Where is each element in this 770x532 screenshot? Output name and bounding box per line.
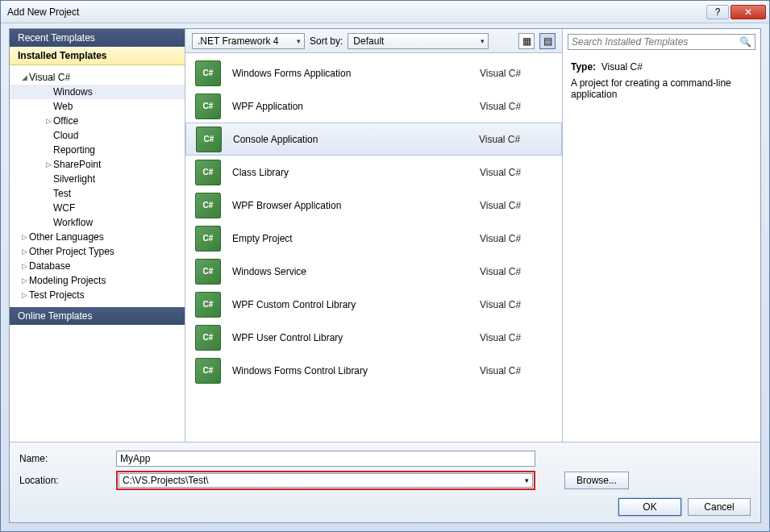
caret-right-icon: ▷ [19, 233, 29, 241]
tree-item-windows[interactable]: Windows [10, 85, 185, 99]
tree-item-other-languages[interactable]: ▷Other Languages [10, 230, 185, 244]
tree-item-other-project-types[interactable]: ▷Other Project Types [10, 244, 185, 259]
template-lang: Visual C# [480, 332, 552, 343]
template-lang: Visual C# [480, 200, 552, 211]
tree-label: Cloud [53, 130, 78, 141]
name-row: Name: [19, 449, 751, 468]
online-templates-header[interactable]: Online Templates [10, 307, 185, 325]
template-item[interactable]: C#WPF User Control LibraryVisual C# [185, 321, 562, 354]
tree-label: WCF [53, 202, 75, 214]
template-item[interactable]: C#Empty ProjectVisual C# [185, 222, 562, 255]
tree-item-test-projects[interactable]: ▷Test Projects [10, 288, 185, 302]
search-icon[interactable]: 🔍 [739, 36, 751, 48]
titlebar: Add New Project ? ✕ [1, 1, 769, 23]
template-item[interactable]: C#Class LibraryVisual C# [185, 156, 562, 189]
template-item[interactable]: C#WPF Custom Control LibraryVisual C# [185, 288, 562, 321]
template-item[interactable]: C#WPF ApplicationVisual C# [185, 89, 562, 123]
tree-item-sharepoint[interactable]: ▷SharePoint [10, 157, 185, 172]
dialog-buttons: OK Cancel [618, 498, 751, 516]
tree-label: Silverlight [53, 173, 95, 185]
tree-label: Test Projects [29, 289, 85, 301]
tree-item-web[interactable]: Web [10, 99, 185, 114]
tree-item-test[interactable]: Test [10, 186, 185, 201]
template-icon: C# [195, 60, 221, 86]
template-name: Console Application [233, 134, 479, 145]
template-lang: Visual C# [480, 233, 552, 244]
view-small-icons-button[interactable]: ▦ [518, 33, 535, 49]
tree-label: Database [29, 260, 70, 272]
template-lang: Visual C# [480, 167, 552, 178]
type-label: Type: [571, 61, 596, 73]
template-item[interactable]: C#Console ApplicationVisual C# [185, 123, 562, 156]
sortby-dropdown[interactable]: Default [348, 33, 489, 49]
sidebar: Recent Templates Installed Templates ◢Vi… [10, 29, 185, 442]
template-list[interactable]: C#Windows Forms ApplicationVisual C#C#WP… [185, 53, 562, 442]
caret-right-icon: ▷ [44, 160, 53, 168]
template-item[interactable]: C#Windows ServiceVisual C# [185, 255, 562, 288]
caret-right-icon: ▷ [19, 247, 29, 256]
close-icon: ✕ [744, 6, 752, 18]
recent-templates-header[interactable]: Recent Templates [10, 29, 185, 47]
template-item[interactable]: C#WPF Browser ApplicationVisual C# [185, 189, 562, 222]
main-panel: .NET Framework 4 Sort by: Default ▦ ▤ C#… [185, 29, 563, 442]
tree-item-wcf[interactable]: WCF [10, 201, 185, 215]
cancel-button[interactable]: Cancel [688, 498, 751, 516]
tree-label: Other Project Types [29, 246, 114, 257]
view-medium-icons-button[interactable]: ▤ [539, 33, 556, 49]
tree-item-silverlight[interactable]: Silverlight [10, 172, 185, 186]
medium-icons-icon: ▤ [543, 35, 552, 47]
template-icon: C# [195, 160, 221, 185]
location-dropdown[interactable]: C:\VS.Projects\Test\ [119, 473, 533, 488]
detail-panel: 🔍 Type: Visual C# A project for creating… [563, 29, 760, 442]
name-input[interactable] [116, 451, 535, 467]
template-item[interactable]: C#Windows Forms Control LibraryVisual C# [185, 354, 562, 387]
tree-label: Office [53, 115, 78, 127]
template-lang: Visual C# [480, 299, 552, 310]
template-lang: Visual C# [479, 134, 551, 145]
template-icon: C# [196, 127, 222, 152]
tree-item-workflow[interactable]: Workflow [10, 215, 185, 230]
location-value: C:\VS.Projects\Test\ [123, 475, 209, 486]
template-name: Windows Service [232, 266, 480, 277]
ok-button[interactable]: OK [618, 498, 681, 516]
name-label: Name: [19, 453, 116, 464]
template-lang: Visual C# [480, 266, 552, 277]
tree-label: Reporting [53, 144, 95, 156]
template-name: Windows Forms Application [232, 68, 480, 79]
tree-label: SharePoint [53, 159, 101, 170]
toolbar: .NET Framework 4 Sort by: Default ▦ ▤ [185, 29, 562, 53]
tree-item-office[interactable]: ▷Office [10, 114, 185, 128]
template-icon: C# [195, 325, 221, 351]
tree-label: Windows [53, 86, 93, 98]
tree-item-visual-csharp[interactable]: ◢Visual C# [10, 70, 185, 85]
installed-templates-header[interactable]: Installed Templates [10, 47, 185, 65]
caret-down-icon: ◢ [19, 73, 29, 81]
search-box[interactable]: 🔍 [568, 34, 755, 50]
location-highlight: C:\VS.Projects\Test\ [116, 471, 535, 490]
template-tree: ◢Visual C# WindowsWeb▷OfficeCloudReporti… [10, 65, 185, 307]
tree-label: Modeling Projects [29, 275, 106, 286]
tree-item-reporting[interactable]: Reporting [10, 143, 185, 157]
browse-button[interactable]: Browse... [564, 472, 629, 489]
help-button[interactable]: ? [706, 5, 729, 19]
close-button[interactable]: ✕ [730, 5, 766, 19]
template-item[interactable]: C#Windows Forms ApplicationVisual C# [185, 56, 562, 89]
detail-body: Type: Visual C# A project for creating a… [563, 55, 760, 106]
template-name: WPF Custom Control Library [232, 299, 480, 310]
location-row: Location: C:\VS.Projects\Test\ Browse... [19, 471, 751, 490]
template-lang: Visual C# [480, 68, 552, 79]
dialog-content: Recent Templates Installed Templates ◢Vi… [9, 28, 761, 523]
framework-dropdown[interactable]: .NET Framework 4 [192, 33, 305, 49]
tree-label: Web [53, 101, 73, 112]
tree-item-modeling-projects[interactable]: ▷Modeling Projects [10, 273, 185, 288]
location-label: Location: [19, 475, 116, 486]
tree-item-database[interactable]: ▷Database [10, 259, 185, 273]
tree-item-cloud[interactable]: Cloud [10, 128, 185, 143]
detail-type-line: Type: Visual C# [571, 61, 752, 73]
template-lang: Visual C# [480, 365, 552, 376]
caret-right-icon: ▷ [19, 291, 29, 299]
caret-right-icon: ▷ [44, 117, 53, 125]
sortby-value: Default [353, 35, 384, 47]
template-icon: C# [195, 193, 221, 218]
search-input[interactable] [572, 36, 739, 48]
